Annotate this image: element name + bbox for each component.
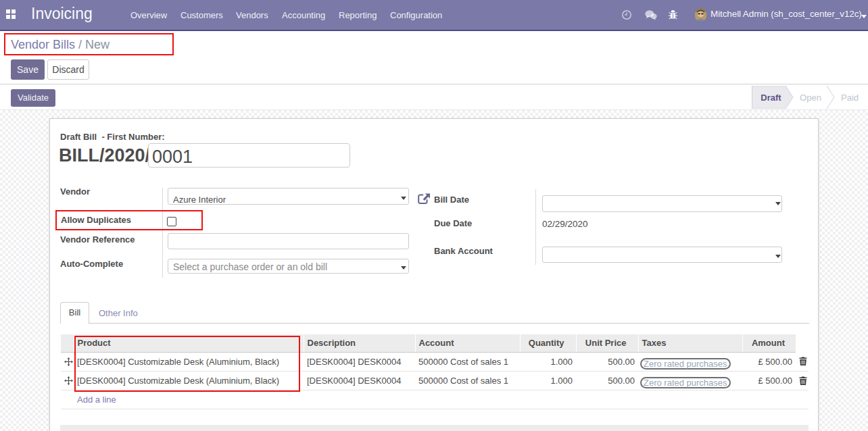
svg-text:Paid: Paid (841, 93, 859, 103)
svg-text:Draft: Draft (761, 93, 781, 103)
svg-text:Open: Open (800, 93, 821, 103)
